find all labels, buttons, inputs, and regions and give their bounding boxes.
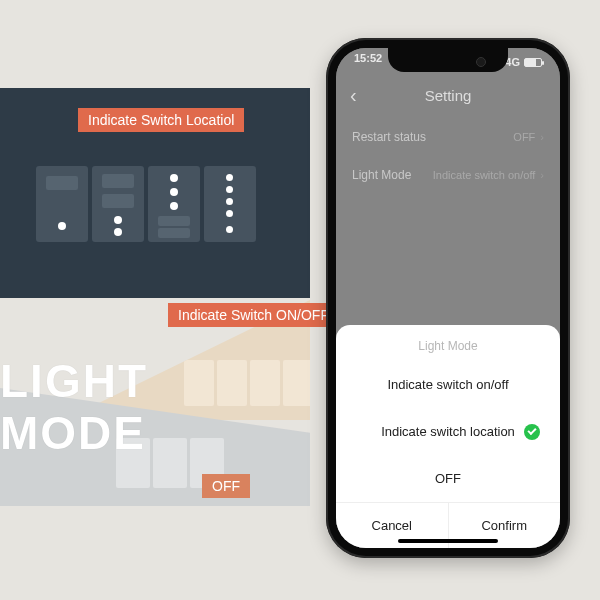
option-label: OFF [435, 471, 461, 486]
home-indicator[interactable] [398, 539, 498, 543]
row-label: Light Mode [352, 168, 411, 182]
switch-3 [148, 166, 200, 242]
promo-title-line2: MODE [0, 410, 148, 456]
switch-4 [204, 166, 256, 242]
status-time: 15:52 [354, 52, 382, 72]
switch-row [36, 166, 256, 242]
promo-title: LIGHT MODE [0, 358, 148, 456]
promo-title-line1: LIGHT [0, 358, 148, 404]
tag-onoff: Indicate Switch ON/OFF [168, 303, 339, 327]
tag-location: Indicate Switch Locatiol [78, 108, 244, 132]
option-onoff[interactable]: Indicate switch on/off [336, 361, 560, 408]
page-title: Setting [425, 87, 472, 104]
nav-bar: ‹ Setting [336, 76, 560, 114]
battery-icon [524, 58, 542, 67]
row-label: Restart status [352, 130, 426, 144]
option-label: Indicate switch on/off [387, 377, 508, 392]
row-value: OFF [513, 131, 535, 143]
tag-off: OFF [202, 474, 250, 498]
option-label: Indicate switch location [381, 424, 515, 439]
option-location[interactable]: Indicate switch location [336, 408, 560, 455]
back-button[interactable]: ‹ [350, 84, 357, 107]
row-restart-status[interactable]: Restart status OFF › [336, 118, 560, 156]
promo-panel-dark: Indicate Switch Locatiol [0, 88, 310, 298]
sheet-title: Light Mode [336, 339, 560, 353]
switch-1 [36, 166, 88, 242]
check-icon [524, 424, 540, 440]
light-mode-sheet: Light Mode Indicate switch on/off Indica… [336, 325, 560, 548]
chevron-right-icon: › [540, 131, 544, 143]
settings-list: Restart status OFF › Light Mode Indicate… [336, 118, 560, 194]
phone-frame: 15:52 4G ‹ Setting Restart status OFF › … [326, 38, 570, 558]
switch-2 [92, 166, 144, 242]
phone-notch [388, 48, 508, 72]
row-light-mode[interactable]: Light Mode Indicate switch on/off › [336, 156, 560, 194]
option-off[interactable]: OFF [336, 455, 560, 502]
chevron-right-icon: › [540, 169, 544, 181]
row-value: Indicate switch on/off [433, 169, 536, 181]
promo-collage: Indicate Switch Locatiol Indicate Switch… [0, 88, 340, 518]
phone-screen: 15:52 4G ‹ Setting Restart status OFF › … [336, 48, 560, 548]
